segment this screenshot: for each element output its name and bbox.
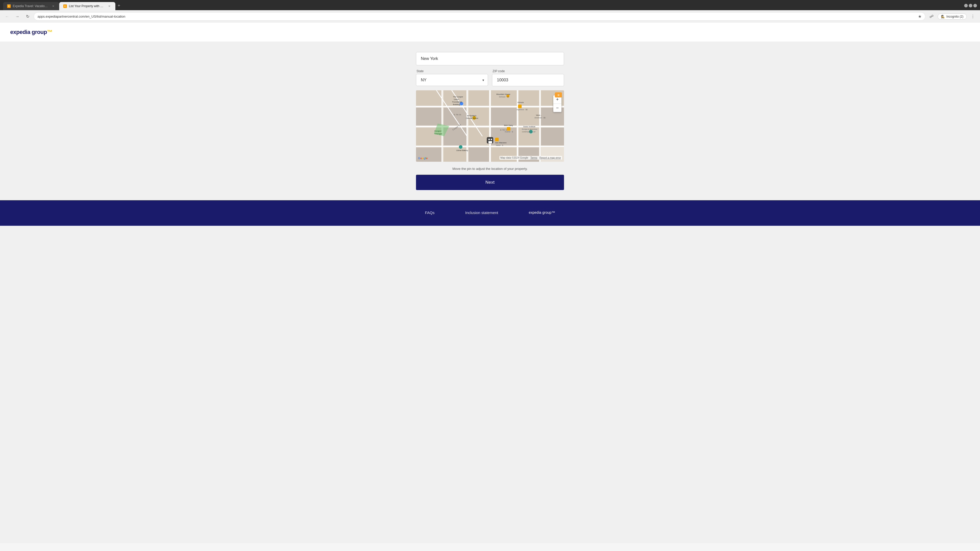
tab-1-favicon: E: [7, 4, 11, 8]
zip-field-group: ZIP code: [492, 69, 564, 86]
bookmark-icon[interactable]: ★: [918, 14, 921, 19]
window-controls: [964, 4, 977, 7]
url-bar[interactable]: apps.expediapartnercentral.com/en_US/lis…: [34, 12, 925, 21]
svg-text:Ukrainian · $$: Ukrainian · $$: [535, 117, 546, 119]
back-button[interactable]: ←: [3, 13, 11, 21]
map-hint: Move the pin to adjust the location of y…: [416, 167, 564, 171]
svg-text:E 7th St: E 7th St: [454, 114, 461, 116]
forward-button[interactable]: →: [13, 13, 21, 21]
svg-rect-3: [469, 90, 489, 106]
svg-text:Kosher · $: Kosher · $: [505, 131, 513, 133]
url-text: apps.expediapartnercentral.com/en_US/lis…: [38, 14, 916, 18]
tab-2-favicon: E: [63, 4, 67, 8]
svg-text:Union :: Union :: [454, 98, 460, 100]
svg-text:Cooper: Cooper: [434, 130, 442, 132]
svg-point-68: [459, 145, 463, 149]
tab-2-close[interactable]: ✕: [107, 4, 111, 8]
map-orange-indicator: ⊞: [555, 92, 562, 97]
logo-text: expedia group: [10, 29, 47, 35]
footer-logo: expedia group™: [529, 210, 555, 214]
svg-rect-7: [416, 108, 442, 125]
state-select[interactable]: NY CA TX: [416, 74, 488, 86]
site-footer: FAQs Inclusion statement expedia group™: [0, 200, 980, 226]
svg-text:Swiss Institute: Swiss Institute: [523, 125, 535, 128]
google-logo: Google: [418, 157, 428, 160]
tab-2[interactable]: E List Your Property with Expedia ✕: [59, 2, 115, 10]
svg-text:Foundation: Foundation: [452, 101, 462, 103]
logo-trademark: ™: [47, 29, 52, 35]
new-tab-button[interactable]: +: [115, 2, 123, 9]
map-svg: Cooper Sq E 7th St E 7th St Cooper Trian…: [416, 90, 564, 162]
svg-text:Europe & American: Europe & American: [522, 128, 537, 130]
reload-button[interactable]: ↻: [24, 13, 32, 21]
svg-text:Building: Building: [453, 103, 460, 106]
menu-button[interactable]: ⋮: [969, 13, 977, 21]
map-zoom-controls: + −: [553, 95, 562, 112]
city-input[interactable]: [416, 52, 564, 65]
map-indicator-icon: ⊞: [557, 94, 559, 97]
close-button[interactable]: [974, 4, 977, 7]
map-container[interactable]: Cooper Sq E 7th St E 7th St Cooper Trian…: [416, 90, 564, 162]
incognito-icon: 🕵: [941, 15, 945, 18]
page-content: expedia group™ State NY CA TX ▾: [0, 23, 980, 543]
svg-rect-62: [488, 139, 490, 140]
svg-text:San Marzano: San Marzano: [495, 141, 507, 144]
form-container: State NY CA TX ▾ ZIP code: [416, 52, 564, 190]
state-select-wrapper: NY CA TX ▾: [416, 74, 488, 86]
map-attribution: Map data ©2024 Google Terms Report a map…: [500, 156, 562, 160]
nav-bar: ← → ↻ apps.expediapartnercentral.com/en_…: [0, 10, 980, 23]
svg-rect-64: [488, 141, 492, 143]
tab-2-title: List Your Property with Expedia: [69, 4, 105, 8]
incognito-button[interactable]: 🕵 Incognito (2): [938, 14, 967, 20]
footer-logo-area: expedia group™: [529, 210, 555, 216]
minimize-button[interactable]: [964, 4, 968, 7]
svg-text:Triangle: Triangle: [434, 133, 442, 135]
state-zip-row: State NY CA TX ▾ ZIP code: [416, 69, 564, 86]
svg-text:B&H Dairy: B&H Dairy: [504, 124, 513, 127]
svg-text:Old Ale House: Old Ale House: [466, 117, 478, 119]
svg-rect-54: [507, 127, 511, 130]
svg-rect-17: [519, 127, 539, 145]
svg-text:Mountain House: Mountain House: [496, 93, 511, 95]
extensions-button[interactable]: ☍: [928, 13, 935, 21]
browser-chrome: E Expedia Travel: Vacation Home... ✕ E L…: [0, 0, 980, 10]
svg-text:Italian · $: Italian · $: [496, 144, 503, 146]
svg-rect-48: [518, 105, 522, 108]
state-field-group: State NY CA TX ▾: [416, 69, 488, 86]
svg-rect-18: [541, 127, 564, 145]
tab-1-close[interactable]: ✕: [51, 4, 55, 8]
svg-rect-21: [469, 148, 489, 162]
map-data-text: Map data ©2024 Google: [501, 156, 528, 159]
main-area: State NY CA TX ▾ ZIP code: [0, 42, 980, 200]
map-report-link[interactable]: Report a map error: [539, 156, 561, 159]
footer-faq-link[interactable]: FAQs: [425, 210, 434, 216]
map-terms-link[interactable]: Terms: [530, 156, 537, 159]
tab-1[interactable]: E Expedia Travel: Vacation Home... ✕: [3, 2, 59, 10]
svg-text:Sichuan · $$: Sichuan · $$: [499, 96, 509, 98]
zip-input[interactable]: [492, 74, 564, 86]
svg-text:contemporary art: contemporary art: [522, 131, 535, 133]
logo: expedia group™: [10, 29, 970, 35]
state-label: State: [416, 69, 488, 73]
svg-text:The Cooper: The Cooper: [453, 96, 463, 98]
svg-text:Librae Bakery: Librae Bakery: [456, 149, 468, 151]
svg-rect-65: [495, 138, 499, 141]
maximize-button[interactable]: [969, 4, 972, 7]
next-button[interactable]: Next: [416, 175, 564, 190]
incognito-label: Incognito (2): [946, 15, 963, 18]
svg-text:Kimura: Kimura: [517, 101, 524, 103]
site-header: expedia group™: [0, 23, 980, 42]
tab-1-title: Expedia Travel: Vacation Home...: [13, 4, 49, 8]
svg-rect-10: [491, 108, 517, 125]
svg-text:Vese...: Vese...: [536, 114, 542, 116]
svg-rect-4: [491, 90, 517, 106]
zip-label: ZIP code: [492, 69, 564, 73]
svg-text:Japanese · $$: Japanese · $$: [516, 109, 528, 111]
svg-text:McSorley's: McSorley's: [467, 114, 476, 117]
zoom-out-button[interactable]: −: [553, 104, 562, 112]
svg-rect-63: [491, 139, 492, 140]
svg-rect-8: [444, 108, 466, 125]
footer-inclusion-link[interactable]: Inclusion statement: [465, 210, 498, 216]
